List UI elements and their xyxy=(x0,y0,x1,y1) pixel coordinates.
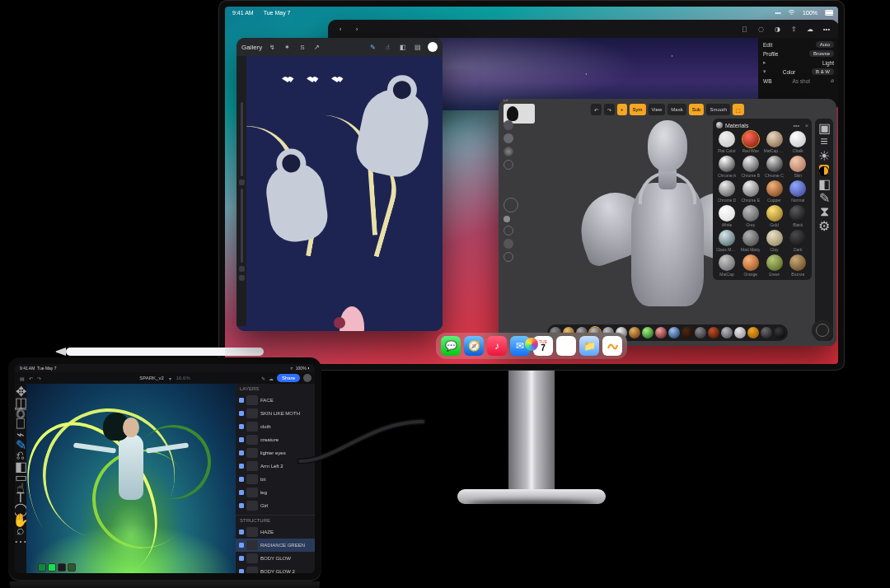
layer-row[interactable]: BODY GLOW 2 xyxy=(236,565,315,573)
material-swatch[interactable]: Bronze xyxy=(788,254,809,277)
visibility-toggle[interactable] xyxy=(239,398,244,403)
material-swatch[interactable]: Matt Matty xyxy=(740,230,761,252)
heal-icon[interactable]: ◌ xyxy=(755,23,766,35)
sidebar-toggle-icon[interactable]: ▤ xyxy=(20,376,25,381)
light-icon[interactable]: ☀︎ xyxy=(819,151,829,161)
zoom-label[interactable]: 16.6% xyxy=(176,376,190,380)
wireframe-button[interactable]: ⬚ xyxy=(733,104,744,115)
dock-app-photos[interactable] xyxy=(556,336,576,356)
brush-preset[interactable] xyxy=(774,327,785,338)
panel-overflow-icon[interactable]: ••• xyxy=(794,123,799,128)
material-swatch[interactable]: Gold xyxy=(764,205,785,227)
back-icon[interactable]: ‹ xyxy=(335,23,346,35)
sub-button[interactable]: Sub xyxy=(689,104,705,115)
bw-toggle[interactable]: B & W xyxy=(812,68,834,75)
material-swatch[interactable]: Green xyxy=(764,254,785,277)
color-swatch[interactable] xyxy=(58,563,66,572)
avatar-icon[interactable] xyxy=(303,374,312,382)
visibility-toggle[interactable] xyxy=(239,530,244,534)
crop-icon[interactable]: ⎕ xyxy=(738,23,750,35)
wifi-icon[interactable] xyxy=(787,10,795,16)
undo-button[interactable]: ↶ xyxy=(591,104,602,115)
brush-preset[interactable] xyxy=(747,327,759,338)
tool-dot[interactable] xyxy=(504,160,513,170)
material-swatch[interactable]: Skin xyxy=(788,156,809,178)
size-slider[interactable] xyxy=(241,102,243,176)
material-swatch[interactable]: Chrome D xyxy=(716,180,738,203)
layer-row[interactable]: leg xyxy=(236,486,315,499)
tool-dot[interactable] xyxy=(504,120,513,130)
profile-browse-button[interactable]: Browse xyxy=(809,50,834,57)
material-swatch[interactable]: Chrome C xyxy=(764,156,785,178)
smudge-tool-icon[interactable]: ☝︎ xyxy=(17,484,24,491)
eyedropper-icon[interactable]: ⌀ xyxy=(831,77,834,84)
color-section[interactable]: Color xyxy=(783,69,796,75)
tool-dot[interactable] xyxy=(504,133,513,143)
smooth-button[interactable]: Smooth xyxy=(706,104,730,115)
brush-icon[interactable]: ✎ xyxy=(368,43,377,52)
material-swatch[interactable]: Black xyxy=(788,205,809,227)
material-swatch[interactable]: Glass Matty xyxy=(716,230,738,252)
material-swatch[interactable]: Normal xyxy=(788,180,809,203)
view-button[interactable]: View xyxy=(648,104,665,115)
material-swatch[interactable]: Grey xyxy=(740,205,761,227)
light-section[interactable]: Light xyxy=(822,60,834,66)
redo-button[interactable] xyxy=(239,275,245,281)
material-swatch[interactable]: Dark xyxy=(788,230,809,252)
material-swatch[interactable]: Red Wax xyxy=(740,131,761,153)
material-swatch[interactable]: MatCap Re… xyxy=(764,131,785,153)
dock-app-music[interactable]: ♪ xyxy=(487,336,507,356)
layer-row[interactable]: HAZE xyxy=(236,525,315,539)
dock-app-freeform[interactable] xyxy=(602,336,622,356)
undo-icon[interactable]: ↶ xyxy=(29,376,33,381)
material-icon[interactable]: ◐ xyxy=(819,165,829,175)
visibility-toggle[interactable] xyxy=(239,543,244,548)
material-swatch[interactable]: Flat Color xyxy=(716,131,738,153)
brush-tool-icon[interactable]: ✎ xyxy=(17,441,24,448)
color-icon[interactable] xyxy=(428,42,438,52)
color-swatch[interactable] xyxy=(38,563,46,572)
brush-preset[interactable] xyxy=(642,327,653,338)
comment-icon[interactable]: ✎ xyxy=(261,376,265,381)
add-button[interactable]: + xyxy=(617,104,627,115)
tool-dot[interactable] xyxy=(504,239,513,249)
camera-icon[interactable]: ▣ xyxy=(819,123,829,133)
layers-icon[interactable]: ≡ xyxy=(819,137,829,147)
brush-preset[interactable] xyxy=(655,327,667,338)
tool-dot[interactable] xyxy=(504,252,513,262)
material-swatch[interactable]: Clay xyxy=(764,230,785,252)
brush-preset[interactable] xyxy=(708,327,719,338)
hand-tool-icon[interactable]: ✋ xyxy=(17,516,24,523)
material-swatch[interactable]: White xyxy=(716,205,738,227)
layer-row[interactable]: Girl xyxy=(236,499,315,512)
brush-preset[interactable] xyxy=(668,327,680,338)
material-swatch[interactable]: Chrome E xyxy=(740,180,761,203)
visibility-toggle[interactable] xyxy=(239,569,244,573)
cloud-icon[interactable]: ☁︎ xyxy=(269,376,274,381)
material-swatch[interactable]: MatCap xyxy=(716,254,738,277)
procreate-canvas[interactable] xyxy=(237,56,443,331)
color-swatch[interactable] xyxy=(48,563,56,572)
modify-icon[interactable]: ↯ xyxy=(268,43,277,52)
material-swatch[interactable]: Copper xyxy=(764,180,785,203)
sym-button[interactable]: Sym xyxy=(629,104,645,115)
sculpt-window[interactable]: ⌂ ↶ ↷ + Sym xyxy=(499,99,836,346)
cloud-icon[interactable]: ☁︎ xyxy=(804,23,816,35)
transform-icon[interactable]: ↗ xyxy=(312,43,321,52)
undo-button[interactable] xyxy=(239,266,245,272)
adjust-icon[interactable]: ✶ xyxy=(283,43,292,52)
dock-app-messages[interactable]: 💬 xyxy=(441,336,461,356)
material-swatch[interactable]: Chalk xyxy=(788,131,809,153)
layer-row[interactable]: BODY GLOW xyxy=(236,552,315,565)
layers-icon[interactable]: ▤ xyxy=(413,43,422,52)
opacity-slider[interactable] xyxy=(241,189,243,263)
tool-dot[interactable] xyxy=(504,147,513,156)
overflow-icon[interactable]: ••• xyxy=(821,23,832,35)
material-swatch[interactable]: Chrome B xyxy=(740,156,761,178)
menu-dots-icon[interactable]: ••• xyxy=(774,10,782,16)
layer-row[interactable]: RADIANCE GREEN xyxy=(236,539,315,552)
brush-preset[interactable] xyxy=(682,327,693,338)
color-swatch[interactable] xyxy=(68,563,76,572)
structure-header[interactable]: STRUCTURE xyxy=(236,515,315,525)
brush-preset[interactable] xyxy=(734,327,746,338)
